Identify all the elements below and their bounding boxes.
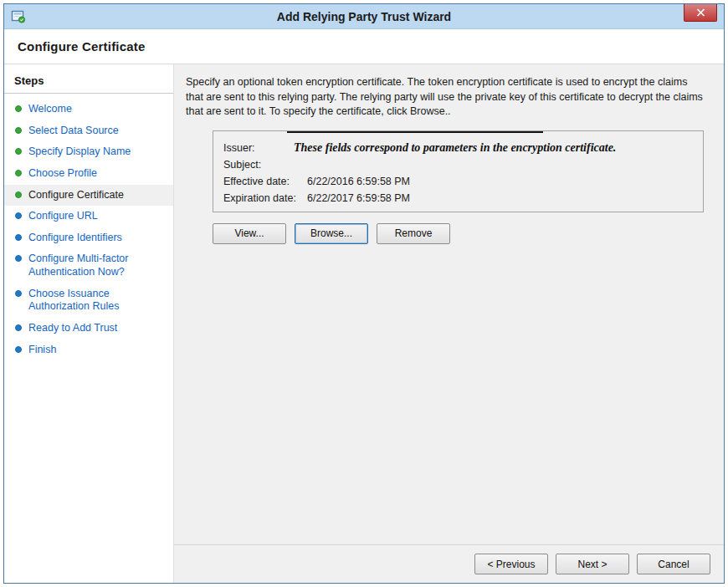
step-description: Specify an optional token encryption cer… [186, 75, 704, 120]
next-button[interactable]: Next > [556, 554, 629, 574]
sidebar-item-choose-issuance-rules[interactable]: Choose Issuance Authorization Rules [4, 283, 173, 318]
step-done-icon [15, 127, 22, 134]
step-upcoming-icon [15, 346, 22, 353]
steps-sidebar: Steps Welcome Select Data Source Specify… [4, 64, 173, 583]
sidebar-item-configure-url[interactable]: Configure URL [4, 206, 173, 227]
sidebar-item-specify-display-name[interactable]: Specify Display Name [4, 141, 173, 163]
wizard-body: Steps Welcome Select Data Source Specify… [4, 64, 724, 583]
certificate-box: These fields correspond to parameters in… [213, 130, 704, 212]
step-label: Finish [28, 344, 56, 357]
step-label: Choose Issuance Authorization Rules [28, 288, 168, 314]
sidebar-item-ready-to-add-trust[interactable]: Ready to Add Trust [4, 318, 173, 339]
step-current-icon [15, 191, 22, 198]
sidebar-item-finish[interactable]: Finish [4, 339, 173, 361]
step-label: Select Data Source [28, 125, 119, 138]
step-label: Configure URL [28, 210, 98, 223]
step-done-icon [15, 105, 22, 112]
annotation-text: These fields correspond to parameters in… [294, 141, 616, 155]
window-title: Add Relying Party Trust Wizard [4, 10, 724, 23]
step-done-icon [15, 170, 22, 176]
step-upcoming-icon [15, 255, 22, 262]
steps-heading: Steps [4, 73, 173, 93]
wizard-window: Add Relying Party Trust Wizard Configure… [3, 3, 725, 584]
cert-field-subject: Subject: [223, 156, 693, 173]
cert-field-label: Expiration date: [223, 192, 307, 204]
cert-field-expiration-date: Expiration date: 6/22/2017 6:59:58 PM [223, 190, 693, 207]
sidebar-item-configure-multi-factor[interactable]: Configure Multi-factor Authentication No… [4, 248, 173, 283]
cert-field-value: 6/22/2016 6:59:58 PM [307, 176, 410, 187]
annotation-overline [287, 131, 543, 133]
content-area: Specify an optional token encryption cer… [174, 64, 724, 544]
certificate-actions: View... Browse... Remove [213, 223, 704, 244]
view-button[interactable]: View... [213, 223, 286, 244]
cert-field-label: Subject: [223, 159, 307, 171]
step-upcoming-icon [15, 290, 22, 297]
page-header: Configure Certificate [4, 29, 724, 64]
step-label: Choose Profile [28, 167, 97, 181]
step-upcoming-icon [15, 212, 22, 219]
sidebar-item-welcome[interactable]: Welcome [4, 99, 173, 120]
sidebar-item-configure-identifiers[interactable]: Configure Identifiers [4, 227, 173, 249]
steps-divider [4, 93, 173, 94]
remove-button[interactable]: Remove [377, 223, 450, 244]
main-pane: Specify an optional token encryption cer… [173, 64, 724, 583]
step-label: Welcome [28, 103, 72, 116]
close-button[interactable] [684, 4, 717, 22]
cancel-button[interactable]: Cancel [637, 554, 710, 574]
step-label: Configure Identifiers [28, 232, 122, 245]
cert-field-value: 6/22/2017 6:59:58 PM [307, 192, 410, 204]
step-label: Specify Display Name [28, 145, 131, 159]
sidebar-item-select-data-source[interactable]: Select Data Source [4, 120, 173, 142]
cert-field-label: Effective date: [223, 176, 307, 187]
step-label: Configure Certificate [28, 189, 124, 202]
page-title: Configure Certificate [18, 39, 146, 54]
step-label: Ready to Add Trust [28, 322, 117, 335]
titlebar: Add Relying Party Trust Wizard [4, 4, 724, 29]
sidebar-item-configure-certificate[interactable]: Configure Certificate [4, 185, 173, 207]
step-done-icon [15, 148, 22, 155]
close-icon [696, 8, 705, 17]
previous-button[interactable]: < Previous [474, 554, 548, 574]
sidebar-item-choose-profile[interactable]: Choose Profile [4, 163, 173, 185]
wizard-footer: < Previous Next > Cancel [174, 544, 724, 583]
step-upcoming-icon [15, 234, 22, 241]
browse-button[interactable]: Browse... [295, 223, 368, 244]
step-label: Configure Multi-factor Authentication No… [28, 253, 168, 278]
cert-field-effective-date: Effective date: 6/22/2016 6:59:58 PM [223, 173, 693, 190]
step-upcoming-icon [15, 324, 22, 331]
